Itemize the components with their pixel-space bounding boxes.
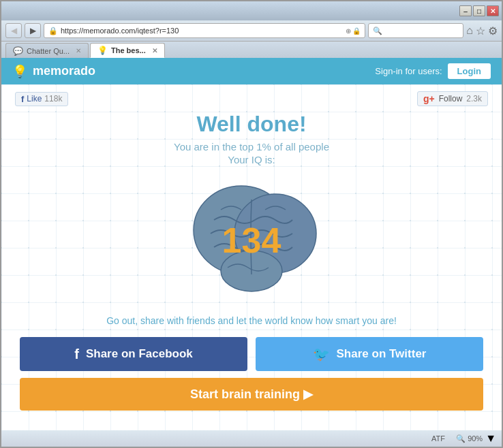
share-facebook-button[interactable]: f Share on Facebook — [20, 337, 247, 371]
home-icon[interactable]: ⌂ — [466, 25, 473, 37]
tab-memorado-label: The bes... — [111, 46, 146, 54]
share-twitter-button[interactable]: 🐦 Share on Twitter — [256, 337, 483, 371]
gplus-icon: g+ — [423, 93, 435, 104]
share-buttons: f Share on Facebook 🐦 Share on Twitter — [20, 337, 483, 371]
tab-memorado[interactable]: 💡 The bes... ✕ — [90, 43, 165, 58]
facebook-like-label: Like — [27, 94, 42, 103]
tab-memorado-icon: 💡 — [97, 46, 108, 55]
address-bar[interactable]: 🔒 https://memorado.com/iqtest?r=130 ⊕🔒 — [44, 23, 365, 38]
favorites-icon[interactable]: ☆ — [476, 25, 485, 37]
address-lock-icon: 🔒 — [48, 27, 58, 35]
facebook-icon: f — [21, 94, 24, 104]
well-done-heading: Well done! — [196, 112, 306, 137]
logo-text: memorado — [33, 64, 95, 78]
gplus-follow-label: Follow — [439, 94, 463, 103]
tab-chatter-icon: 💬 — [13, 46, 23, 56]
site-logo: 💡 memorado — [12, 64, 95, 79]
tab-chatter[interactable]: 💬 Chatter Qu... ✕ — [5, 43, 89, 58]
window-controls[interactable]: – □ ✕ — [459, 5, 499, 16]
main-content: f Like 118k g+ Follow 2.3k Well done! Yo… — [1, 84, 502, 430]
zoom-control[interactable]: 🔍 90% ▼ — [456, 432, 496, 445]
share-tagline: Go out, share with friends and let the w… — [106, 315, 397, 326]
browser-toolbar: ◀ ▶ 🔒 https://memorado.com/iqtest?r=130 … — [1, 20, 502, 42]
minimize-button[interactable]: – — [459, 5, 472, 16]
settings-icon[interactable]: ⚙ — [488, 25, 498, 37]
top-percent-text: You are in the top 1% of all people — [174, 141, 329, 153]
brain-container: 134 — [177, 172, 326, 308]
gplus-follow-button[interactable]: g+ Follow 2.3k — [417, 91, 488, 106]
social-bar: f Like 118k g+ Follow 2.3k — [15, 91, 488, 106]
tab-chatter-close[interactable]: ✕ — [76, 47, 81, 54]
zoom-level: 🔍 90% — [456, 434, 483, 443]
back-button[interactable]: ◀ — [5, 23, 22, 38]
iq-score: 134 — [222, 220, 281, 261]
twitter-share-icon: 🐦 — [313, 346, 330, 362]
title-bar: – □ ✕ — [1, 1, 502, 20]
iq-label: Your IQ is: — [228, 154, 275, 165]
address-actions: ⊕🔒 — [346, 27, 361, 35]
start-training-button[interactable]: Start brain training ▶ — [20, 378, 483, 411]
url-text: https://memorado.com/iqtest?r=130 — [61, 27, 343, 35]
page-content: 💡 memorado Sign-in for users: Login f Li… — [1, 58, 502, 447]
maximize-button[interactable]: □ — [473, 5, 485, 16]
tabs-bar: 💬 Chatter Qu... ✕ 💡 The bes... ✕ — [1, 42, 502, 58]
tab-memorado-close[interactable]: ✕ — [152, 47, 157, 54]
status-bar: ATF 🔍 90% ▼ — [1, 430, 502, 447]
share-facebook-label: Share on Facebook — [86, 347, 193, 361]
sign-in-label: Sign-in for users: — [375, 66, 442, 76]
search-placeholder: 🔍 — [373, 27, 459, 35]
forward-button[interactable]: ▶ — [25, 23, 41, 38]
login-button[interactable]: Login — [448, 63, 491, 79]
train-button-wrapper: Start brain training ▶ — [20, 378, 483, 411]
search-bar[interactable]: 🔍 — [368, 23, 463, 38]
browser-icons: ⌂ ☆ ⚙ — [466, 25, 498, 37]
result-section: Well done! You are in the top 1% of all … — [15, 112, 488, 411]
facebook-like-button[interactable]: f Like 118k — [15, 92, 68, 106]
facebook-share-icon: f — [74, 347, 79, 362]
gplus-count: 2.3k — [466, 94, 482, 103]
site-header-right: Sign-in for users: Login — [375, 63, 491, 79]
tab-chatter-label: Chatter Qu... — [27, 47, 70, 55]
logo-bulb-icon: 💡 — [12, 64, 27, 79]
atf-status: ATF — [431, 434, 445, 443]
site-header: 💡 memorado Sign-in for users: Login — [1, 58, 502, 84]
zoom-dropdown-icon[interactable]: ▼ — [485, 432, 496, 445]
close-button[interactable]: ✕ — [487, 5, 499, 16]
facebook-count: 118k — [44, 94, 62, 103]
share-twitter-label: Share on Twitter — [337, 347, 427, 361]
